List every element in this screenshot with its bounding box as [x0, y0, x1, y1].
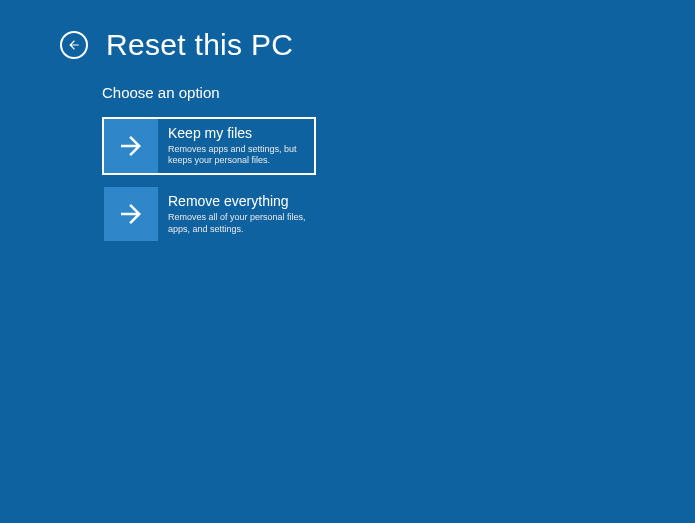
content-area: Choose an option Keep my files Removes a… — [0, 62, 695, 243]
arrow-right-icon — [116, 199, 146, 229]
options-list: Keep my files Removes apps and settings,… — [102, 117, 695, 243]
header: Reset this PC — [0, 0, 695, 62]
option-text: Keep my files Removes apps and settings,… — [158, 119, 314, 173]
option-title: Remove everything — [168, 193, 306, 210]
subtitle: Choose an option — [102, 84, 695, 101]
arrow-left-icon — [67, 38, 81, 52]
option-desc: Removes all of your personal files, apps… — [168, 212, 306, 235]
option-desc: Removes apps and settings, but keeps you… — [168, 144, 306, 167]
option-remove-everything[interactable]: Remove everything Removes all of your pe… — [102, 185, 316, 243]
option-title: Keep my files — [168, 125, 306, 142]
option-icon-tile — [104, 187, 158, 241]
back-button[interactable] — [60, 31, 88, 59]
option-icon-tile — [104, 119, 158, 173]
arrow-right-icon — [116, 131, 146, 161]
option-text: Remove everything Removes all of your pe… — [158, 187, 314, 241]
page-title: Reset this PC — [106, 28, 293, 62]
option-keep-my-files[interactable]: Keep my files Removes apps and settings,… — [102, 117, 316, 175]
